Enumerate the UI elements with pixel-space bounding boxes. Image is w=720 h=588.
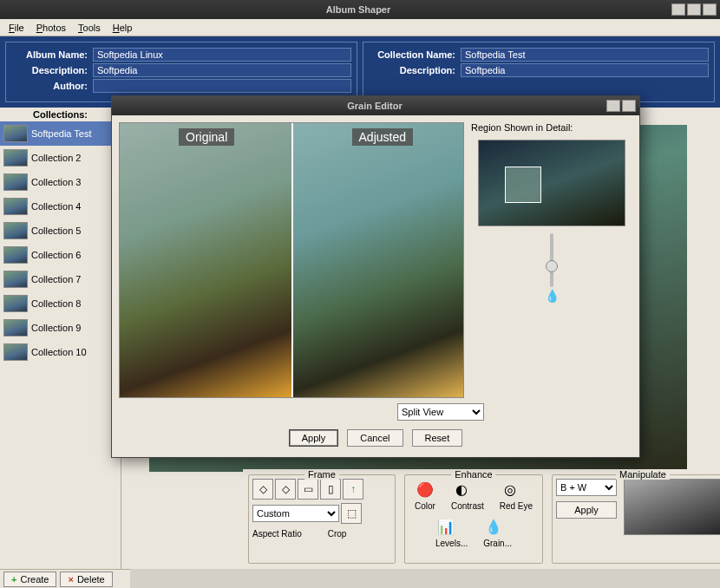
region-thumbnail[interactable] (478, 140, 625, 226)
album-name-input[interactable] (93, 48, 351, 62)
original-label: Original (179, 128, 234, 146)
grain-editor-modal: Grain Editor □ × Original Adjusted Regio… (111, 95, 640, 458)
author-label: Author: (11, 81, 88, 91)
collection-item-label: Collection 5 (31, 225, 81, 236)
manipulate-mode-select[interactable]: B + W (556, 479, 617, 496)
collection-item[interactable]: Collection 5 (0, 219, 121, 243)
aspect-ratio-select[interactable]: Custom (252, 505, 339, 522)
menubar: File Photos Tools Help (0, 19, 720, 36)
modal-title: Grain Editor (143, 101, 606, 111)
album-panel: Album Name: Description: Author: (5, 42, 357, 102)
delete-button[interactable]: ×Delete (60, 572, 112, 587)
modal-maximize-button[interactable]: □ (606, 100, 620, 112)
minimize-button[interactable]: _ (671, 3, 685, 16)
collection-thumb (3, 271, 28, 288)
grain-slider-handle[interactable] (546, 260, 558, 272)
collection-thumb (3, 319, 28, 336)
album-description-input[interactable] (93, 63, 351, 77)
collection-item[interactable]: Softpedia Test (0, 121, 121, 146)
split-divider[interactable] (291, 123, 293, 397)
collection-item-label: Collection 7 (31, 274, 81, 284)
reset-button[interactable]: Reset (412, 429, 463, 447)
collection-thumb (3, 149, 28, 167)
album-description-label: Description: (11, 65, 88, 75)
collection-item-label: Collection 2 (31, 153, 81, 163)
crop-icon[interactable]: ⬚ (341, 503, 362, 524)
collection-item[interactable]: Collection 7 (0, 267, 121, 291)
collection-thumb (3, 222, 28, 239)
collection-thumb (3, 198, 28, 215)
collection-item-label: Collection 8 (31, 298, 81, 309)
split-preview[interactable]: Original Adjusted (119, 122, 464, 398)
frame-group: Frame ◇ ◇ ▭ ▯ ↑ Custom ⬚ Aspect Ratio Cr… (248, 474, 396, 564)
redeye-icon[interactable]: ◎ (500, 479, 520, 500)
aspect-ratio-label: Aspect Ratio (252, 529, 302, 539)
collection-item[interactable]: Collection 2 (0, 146, 121, 170)
collection-description-label: Description: (369, 65, 455, 75)
tool-panels: Frame ◇ ◇ ▭ ▯ ↑ Custom ⬚ Aspect Ratio Cr… (243, 469, 720, 569)
manipulate-group: Manipulate B + W Apply (552, 474, 720, 564)
menu-file[interactable]: File (3, 21, 29, 35)
collection-item[interactable]: Collection 3 (0, 170, 121, 194)
collection-item-label: Collection 4 (31, 201, 81, 212)
redeye-label: Red Eye (500, 501, 533, 511)
window-title: Album Shaper (45, 4, 671, 15)
collection-item[interactable]: Collection 8 (0, 291, 121, 316)
collection-name-label: Collection Name: (369, 49, 455, 60)
apply-button[interactable]: Apply (289, 429, 339, 447)
menu-help[interactable]: Help (108, 21, 138, 35)
enhance-group-title: Enhance (451, 469, 495, 480)
manipulate-apply-button[interactable]: Apply (556, 501, 617, 519)
close-button[interactable]: × (703, 3, 717, 16)
menu-photos[interactable]: Photos (31, 21, 71, 35)
crop-label: Crop (328, 529, 347, 539)
color-icon[interactable]: 🔴 (415, 479, 435, 500)
collection-item[interactable]: Collection 10 (0, 340, 121, 364)
adjusted-label: Adjusted (352, 128, 413, 146)
view-mode-select[interactable]: Split View (397, 403, 484, 421)
create-button[interactable]: +Create (3, 572, 56, 587)
menu-tools[interactable]: Tools (73, 21, 106, 35)
collection-panel: Collection Name: Description: (363, 42, 715, 102)
region-label: Region Shown in Detail: (471, 122, 573, 133)
rotate-arrow-icon[interactable]: ↑ (343, 479, 363, 500)
collection-item-label: Collection 6 (31, 250, 81, 260)
collection-item-label: Collection 9 (31, 323, 81, 333)
droplet-icon: 💧 (545, 289, 560, 303)
frame-group-title: Frame (304, 469, 339, 480)
rotate-ccw-icon[interactable]: ◇ (252, 479, 273, 500)
cancel-button[interactable]: Cancel (347, 429, 403, 447)
grain-icon[interactable]: 💧 (483, 516, 504, 537)
levels-icon[interactable]: 📊 (435, 516, 456, 537)
footer: +Create ×Delete (0, 569, 130, 588)
collection-thumb (3, 246, 28, 264)
collection-description-input[interactable] (461, 63, 709, 77)
contrast-icon[interactable]: ◐ (451, 479, 472, 500)
collection-item[interactable]: Collection 4 (0, 194, 121, 219)
modal-titlebar: Grain Editor □ × (112, 96, 639, 115)
manipulate-preview (624, 479, 720, 535)
maximize-button[interactable]: □ (687, 3, 701, 16)
flip-v-icon[interactable]: ▯ (320, 479, 341, 500)
collection-item[interactable]: Collection 6 (0, 243, 121, 267)
album-name-label: Album Name: (11, 49, 88, 60)
collection-name-input[interactable] (461, 48, 709, 62)
main-titlebar: Album Shaper _ □ × (0, 0, 720, 19)
collection-item-label: Collection 3 (31, 177, 81, 187)
collection-item-label: Collection 10 (31, 347, 87, 357)
collection-thumb (3, 295, 28, 312)
sidebar-title: Collections: (0, 108, 121, 121)
modal-close-button[interactable]: × (622, 100, 636, 112)
levels-label: Levels... (435, 539, 468, 548)
collection-item-label: Softpedia Test (31, 128, 92, 139)
enhance-group: Enhance 🔴 Color ◐ Contrast ◎ Red Eye (404, 474, 543, 564)
collection-thumb (3, 125, 28, 142)
flip-h-icon[interactable]: ▭ (298, 479, 318, 500)
color-label: Color (415, 501, 435, 511)
author-input[interactable] (93, 79, 351, 93)
manipulate-group-title: Manipulate (616, 469, 670, 480)
collection-thumb (3, 173, 28, 191)
collection-item[interactable]: Collection 9 (0, 316, 121, 340)
region-selection[interactable] (505, 167, 541, 203)
rotate-cw-icon[interactable]: ◇ (275, 479, 296, 500)
